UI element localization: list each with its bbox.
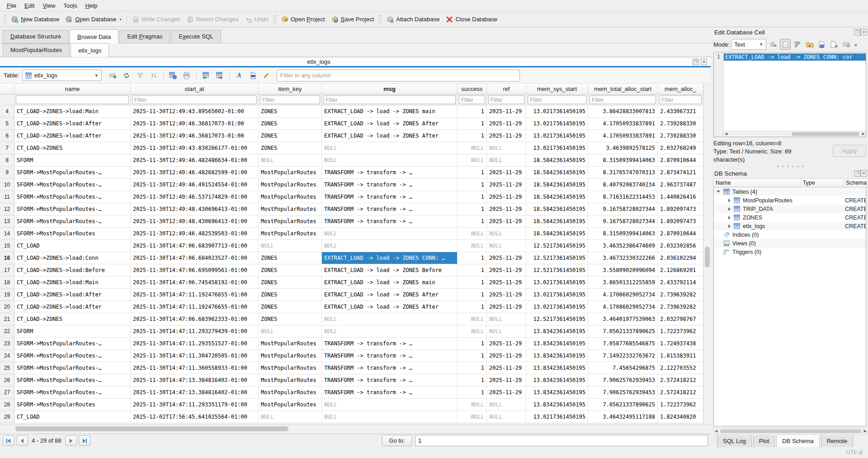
cell-mem_sys_start[interactable]: 13.0217361450195	[526, 118, 588, 130]
cell-mem_total_alloc_start[interactable]: 8.71631622314453	[588, 191, 658, 203]
row-number[interactable]: 28	[0, 399, 14, 411]
filter-input-name[interactable]	[16, 95, 129, 104]
cell-mem_sys_start[interactable]: 12.5217361450195	[526, 252, 588, 264]
cell-item_key[interactable]: MostPopularRoutes	[259, 338, 322, 350]
schema-item-mostpopularroutes[interactable]: MostPopularRoutesCREATE	[714, 196, 866, 205]
cell-start_at[interactable]: 2025-11-30T12:49:46.537174829-01:00	[131, 191, 259, 203]
filter-input-start_at[interactable]	[132, 95, 257, 104]
tab-etlx-logs[interactable]: etlx_logs	[71, 43, 109, 57]
cell-name[interactable]: SFORM->MostPopularRoutes	[14, 228, 131, 240]
toolbar-drag-handle[interactable]	[3, 14, 7, 24]
cell-mem_alloc[interactable]: 1.724937438	[658, 338, 703, 350]
column-header-ref[interactable]: ref	[487, 84, 526, 95]
cell-msg[interactable]: NULL	[322, 154, 458, 167]
column-header-success[interactable]: success	[458, 84, 487, 95]
cell-mem_total_alloc_start[interactable]: 8.40792083740234	[588, 179, 658, 191]
cell-start_at[interactable]: 2025-11-30T14:47:06.683907713-01:00	[131, 240, 259, 252]
cell-success[interactable]: NULL	[458, 313, 487, 325]
cell-msg[interactable]: NULL	[322, 240, 458, 252]
cell-msg[interactable]: NULL	[322, 142, 458, 154]
goto-button[interactable]: Go to:	[382, 435, 412, 446]
cell-ref[interactable]: 2025-11-29	[487, 362, 526, 374]
cell-name[interactable]: CT_LOAD->ZONES->load:Conn	[14, 252, 131, 264]
cell-item_key[interactable]: NULL	[259, 411, 322, 423]
cell-mem_alloc[interactable]: 2.433792114	[658, 277, 703, 289]
toolbar-overflow-button[interactable]: »	[854, 41, 857, 48]
cell-mem_sys_start[interactable]: 13.0217361450195	[526, 277, 588, 289]
cell-start_at[interactable]: 2025-11-30T12:49:43.830266177-01:00	[131, 142, 259, 154]
cell-mem_alloc[interactable]: 2.739288330	[658, 118, 703, 130]
cell-msg[interactable]: EXTRACT_LOAD -> load -> ZONES main	[322, 105, 458, 118]
schema-column-type[interactable]: Type	[801, 179, 844, 187]
schema-item-tables-4-[interactable]: Tables (4)	[714, 187, 866, 196]
row-number[interactable]: 16	[0, 252, 14, 264]
sort-button[interactable]	[148, 70, 160, 81]
cell-item_key[interactable]: NULL	[259, 154, 322, 167]
cell-ref[interactable]: 2025-11-29	[487, 289, 526, 301]
cell-success[interactable]: 1	[458, 362, 487, 374]
cell-mem_alloc[interactable]: 2.036102294	[658, 252, 703, 264]
print-button[interactable]	[181, 70, 193, 81]
scroll-left-arrow-icon[interactable]: ◀	[725, 131, 727, 137]
cell-ref[interactable]: NULL	[487, 411, 526, 423]
cell-mem_alloc[interactable]: 2.963737487	[658, 179, 703, 191]
cell-mem_total_alloc_start[interactable]: 8.31509399414063	[588, 154, 658, 167]
cell-msg[interactable]: EXTRACT_LOAD -> load -> ZONES After	[322, 118, 458, 130]
filter-input-mem_sys_start[interactable]	[528, 95, 586, 104]
cell-name[interactable]: CT_LOAD->ZONES->load:After	[14, 118, 131, 130]
grid-vertical-scrollbar[interactable]	[703, 84, 711, 423]
cell-item_key[interactable]: MostPopularRoutes	[259, 167, 322, 179]
cell-name[interactable]: CT_LOAD->ZONES->load:Main	[14, 277, 131, 289]
column-header-msg[interactable]: msg	[322, 84, 458, 95]
row-number[interactable]: 12	[0, 203, 14, 215]
cell-mem_sys_start[interactable]: 18.5842361450195	[526, 179, 588, 191]
row-number[interactable]: 23	[0, 338, 14, 350]
cell-name[interactable]: CT_LOAD->ZONES->load:After	[14, 289, 131, 301]
tab-edit-pragmas[interactable]: Edit Pragmas	[119, 30, 170, 43]
cell-msg[interactable]: TRANSFORM -> transform -> …	[322, 191, 458, 203]
cell-name[interactable]: SFORM->MostPopularRoutes-…	[14, 179, 131, 191]
cell-item_key[interactable]: ZONES	[259, 264, 322, 277]
row-number-header[interactable]	[0, 84, 14, 95]
cell-mem_total_alloc_start[interactable]: 3.86428833007813	[588, 105, 658, 118]
cell-name[interactable]: CT_LOAD	[14, 411, 131, 423]
row-number[interactable]: 19	[0, 289, 14, 301]
cell-mem_total_alloc_start[interactable]: 9.16758728027344	[588, 203, 658, 215]
cell-mem_alloc[interactable]: 2.572418212	[658, 386, 703, 399]
row-number[interactable]: 13	[0, 215, 14, 228]
font-button[interactable]: A	[233, 70, 245, 81]
schema-item-etlx-logs[interactable]: etlx_logsCREATE	[714, 222, 866, 230]
cell-mem_sys_start[interactable]: 13.0217361450195	[526, 411, 588, 423]
cell-name[interactable]: SFORM->MostPopularRoutes-…	[14, 191, 131, 203]
cell-start_at[interactable]: 2025-11-30T12:49:46.491524554-01:00	[131, 179, 259, 191]
cell-success[interactable]: 1	[458, 386, 487, 399]
cell-item_key[interactable]: MostPopularRoutes	[259, 215, 322, 228]
cell-mem_sys_start[interactable]: 18.5842361450195	[526, 215, 588, 228]
row-number[interactable]: 8	[0, 154, 14, 167]
open-in-app-button[interactable]	[841, 39, 852, 50]
cell-mem_sys_start[interactable]: 12.5217361450195	[526, 264, 588, 277]
cell-name[interactable]: SFORM->MostPopularRoutes-…	[14, 167, 131, 179]
cell-msg[interactable]: TRANSFORM -> transform -> …	[322, 362, 458, 374]
dock-hscroll-thumb[interactable]	[720, 429, 861, 433]
cell-mem_total_alloc_start[interactable]: 8.31765747070313	[588, 167, 658, 179]
cell-name[interactable]: SFORM->MostPopularRoutes-…	[14, 362, 131, 374]
editor-hscroll-thumb[interactable]	[792, 132, 859, 136]
grid-hscroll-thumb[interactable]	[15, 426, 288, 431]
cell-mem_total_alloc_start[interactable]: 7.05877685546875	[588, 338, 658, 350]
cell-success[interactable]: 1	[458, 203, 487, 215]
first-record-button[interactable]	[3, 435, 14, 446]
cell-ref[interactable]: 2025-11-29	[487, 301, 526, 313]
cell-success[interactable]: 1	[458, 118, 487, 130]
cell-ref[interactable]: NULL	[487, 228, 526, 240]
cell-mem_sys_start[interactable]: 13.0217361450195	[526, 142, 588, 154]
window-close-icon[interactable]: ✕	[701, 59, 707, 65]
row-number[interactable]: 5	[0, 118, 14, 130]
cell-start_at[interactable]: 2025-11-30T12:49:46.482486634-01:00	[131, 154, 259, 167]
menu-tools[interactable]: Tools	[59, 1, 81, 10]
close-database-button[interactable]: Close Database	[443, 14, 500, 25]
cell-success[interactable]: 1	[458, 374, 487, 386]
cell-mem_sys_start[interactable]: 18.5842361450195	[526, 167, 588, 179]
cell-item_key[interactable]: ZONES	[259, 289, 322, 301]
cell-msg[interactable]: NULL	[322, 399, 458, 411]
